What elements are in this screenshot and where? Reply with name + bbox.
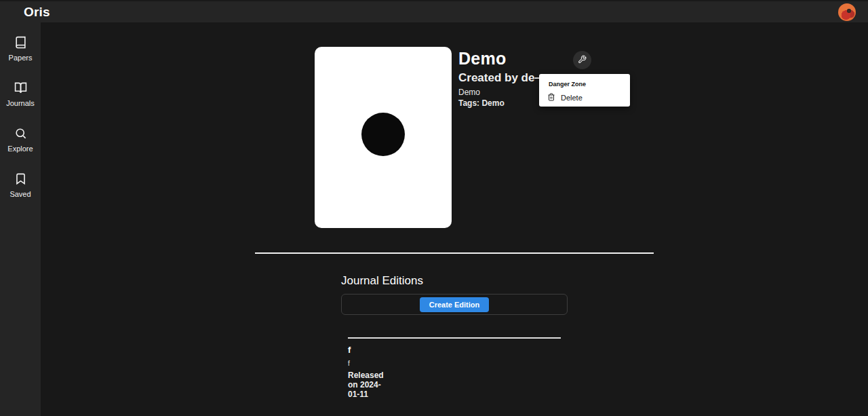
danger-zone-menu: Danger Zone Delete: [539, 74, 630, 107]
editions-heading: Journal Editions: [341, 274, 423, 288]
trash-icon: [547, 92, 555, 104]
journal-cover-art: [361, 113, 405, 156]
settings-wrench-button[interactable]: [573, 51, 591, 69]
avatar[interactable]: [838, 3, 856, 21]
sidebar-item-label: Saved: [9, 190, 31, 198]
edition-title[interactable]: f: [348, 345, 351, 355]
wrench-icon: [578, 55, 587, 66]
sidebar-item-label: Journals: [6, 99, 35, 107]
danger-zone-label: Danger Zone: [549, 81, 586, 88]
sidebar-item-journals[interactable]: Journals: [0, 81, 41, 107]
book-icon: [14, 36, 27, 52]
bookmark-icon: [14, 172, 27, 188]
search-icon: [14, 127, 27, 143]
main-content: Demo Created by de— Demo Tags: Demo Dang…: [41, 22, 868, 416]
journal-cover-card: [315, 47, 452, 228]
sidebar-item-papers[interactable]: Papers: [0, 36, 41, 62]
delete-menu-label: Delete: [561, 94, 583, 102]
journal-created-by: Created by de—: [458, 71, 546, 85]
edition-divider: [348, 337, 561, 339]
section-divider: [255, 252, 654, 254]
edition-released-date: Released on 2024-01-11: [348, 371, 384, 399]
app-logo[interactable]: Oris: [24, 5, 50, 20]
sidebar-item-label: Papers: [9, 54, 33, 62]
topbar: Oris: [0, 1, 868, 22]
sidebar: Papers Journals Explore Saved: [0, 22, 41, 416]
create-edition-button[interactable]: Create Edition: [420, 297, 490, 312]
sidebar-item-label: Explore: [7, 145, 33, 153]
editions-toolbar: Create Edition: [341, 294, 568, 315]
journal-tags: Tags: Demo: [458, 98, 505, 108]
journal-title: Demo: [458, 49, 507, 69]
sidebar-item-saved[interactable]: Saved: [0, 172, 41, 198]
book-open-icon: [14, 81, 27, 97]
edition-subtitle: f: [348, 360, 350, 367]
journal-description: Demo: [458, 88, 480, 97]
delete-menu-item[interactable]: Delete: [545, 92, 625, 104]
sidebar-item-explore[interactable]: Explore: [0, 127, 41, 153]
